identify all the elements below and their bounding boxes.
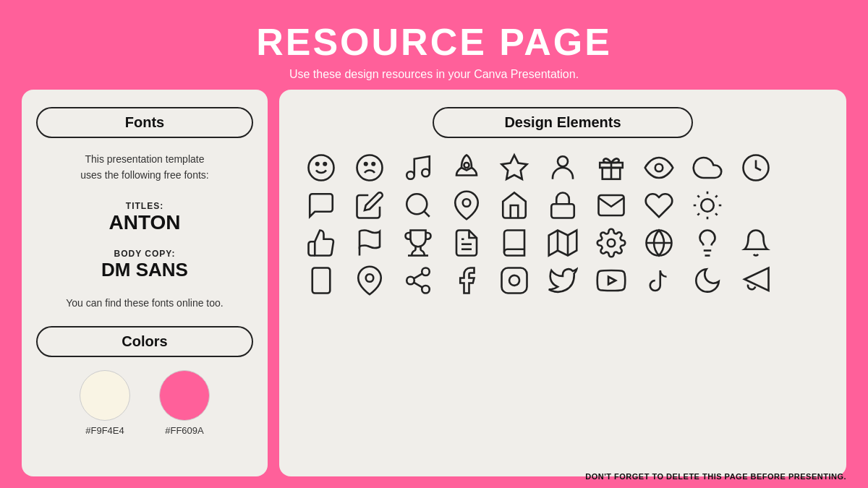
color-hex-1: #F9F4E4 (85, 425, 124, 436)
icon-eye (639, 153, 680, 183)
svg-marker-31 (549, 231, 577, 256)
icon-twitter (542, 265, 584, 296)
body-font-entry: BODY COPY: DM SANS (101, 249, 188, 281)
svg-line-22 (698, 195, 699, 197)
title-font-entry: TITLES: ANTON (109, 201, 180, 234)
color-circle-1 (80, 370, 130, 421)
icon-book (494, 228, 535, 258)
icon-cloud (687, 153, 728, 183)
svg-point-41 (366, 274, 374, 282)
icon-smiley (301, 153, 342, 183)
svg-point-4 (365, 163, 367, 166)
titles-font-name: ANTON (109, 211, 180, 234)
icon-mail (590, 190, 631, 221)
svg-point-5 (373, 163, 375, 166)
icon-heart (639, 190, 680, 221)
icon-chat (301, 190, 342, 221)
icon-trophy (397, 228, 438, 258)
svg-line-26 (698, 213, 699, 215)
icon-rocket (446, 153, 487, 183)
svg-point-2 (324, 163, 327, 166)
svg-point-1 (316, 163, 319, 166)
icon-document (446, 228, 487, 258)
icon-moon (687, 265, 728, 296)
icon-person (542, 153, 584, 183)
body-label: BODY COPY: (101, 249, 188, 259)
fonts-description: This presentation templateuses the follo… (80, 151, 208, 184)
color-swatch-2: #FF609A (159, 370, 210, 436)
icon-facebook (446, 265, 487, 296)
page-subtitle: Use these design resources in your Canva… (0, 68, 868, 81)
svg-line-23 (715, 213, 717, 215)
body-font-name: DM SANS (101, 259, 188, 281)
icon-location (349, 265, 391, 296)
page-header: RESOURCE PAGE Use these design resources… (0, 0, 868, 90)
content-area: Fonts This presentation templateuses the… (0, 90, 868, 488)
icon-placeholder-1 (783, 153, 825, 183)
icon-placeholder-5 (783, 265, 825, 296)
fonts-label: Fonts (36, 107, 253, 138)
icon-music (397, 153, 438, 183)
svg-line-16 (424, 211, 430, 217)
fonts-online-note: You can find these fonts online too. (66, 297, 223, 309)
titles-label: TITLES: (109, 201, 180, 211)
icon-thumbsup (301, 228, 342, 258)
color-circle-2 (159, 370, 210, 421)
svg-line-27 (715, 195, 717, 197)
left-panel: Fonts This presentation templateuses the… (22, 90, 268, 476)
icon-map (542, 228, 584, 258)
svg-point-7 (422, 169, 430, 177)
icon-megaphone (736, 265, 777, 296)
footer-note: DON'T FORGET TO DELETE THIS PAGE BEFORE … (585, 472, 846, 481)
icon-phone (301, 265, 342, 296)
svg-rect-47 (502, 268, 527, 294)
icon-home (494, 190, 535, 221)
svg-rect-39 (312, 268, 331, 294)
icon-sun (687, 190, 728, 221)
icon-pin (446, 190, 487, 221)
svg-point-13 (655, 164, 663, 172)
svg-point-44 (422, 286, 430, 294)
icon-settings (590, 228, 631, 258)
svg-point-3 (357, 155, 383, 181)
svg-marker-49 (608, 277, 616, 285)
svg-point-8 (464, 163, 469, 168)
icon-tiktok (639, 265, 680, 296)
icon-bell (736, 228, 777, 258)
icon-clock (736, 153, 777, 183)
svg-point-0 (309, 155, 334, 181)
icon-lock (542, 190, 584, 221)
svg-rect-18 (551, 204, 574, 218)
svg-point-42 (422, 268, 430, 276)
icon-youtube (590, 265, 631, 296)
svg-line-45 (414, 283, 422, 288)
page-title: RESOURCE PAGE (0, 20, 868, 64)
right-panel: Design Elements (279, 90, 846, 476)
svg-line-46 (414, 273, 422, 278)
colors-label: Colors (36, 326, 253, 357)
design-elements-label: Design Elements (433, 107, 693, 138)
color-swatch-1: #F9F4E4 (80, 370, 130, 436)
icon-flag (349, 228, 391, 258)
svg-marker-9 (502, 155, 527, 179)
icon-pencil (349, 190, 391, 221)
svg-point-6 (407, 171, 414, 179)
colors-section: Colors #F9F4E4 #FF609A (36, 326, 253, 436)
icon-star (494, 153, 535, 183)
svg-point-17 (462, 199, 470, 207)
icon-globe (639, 228, 680, 258)
icon-placeholder-2 (736, 190, 777, 221)
color-hex-2: #FF609A (165, 425, 203, 436)
icon-sad (349, 153, 391, 183)
icon-search (397, 190, 438, 221)
design-elements-grid (301, 153, 825, 296)
icon-placeholder-4 (783, 228, 825, 258)
icon-placeholder-3 (783, 190, 825, 221)
icon-gift (590, 153, 631, 183)
icon-share (397, 265, 438, 296)
icon-instagram (494, 265, 535, 296)
svg-point-34 (607, 239, 615, 247)
icon-lightbulb (687, 228, 728, 258)
svg-point-15 (407, 194, 427, 214)
svg-point-43 (407, 277, 414, 285)
